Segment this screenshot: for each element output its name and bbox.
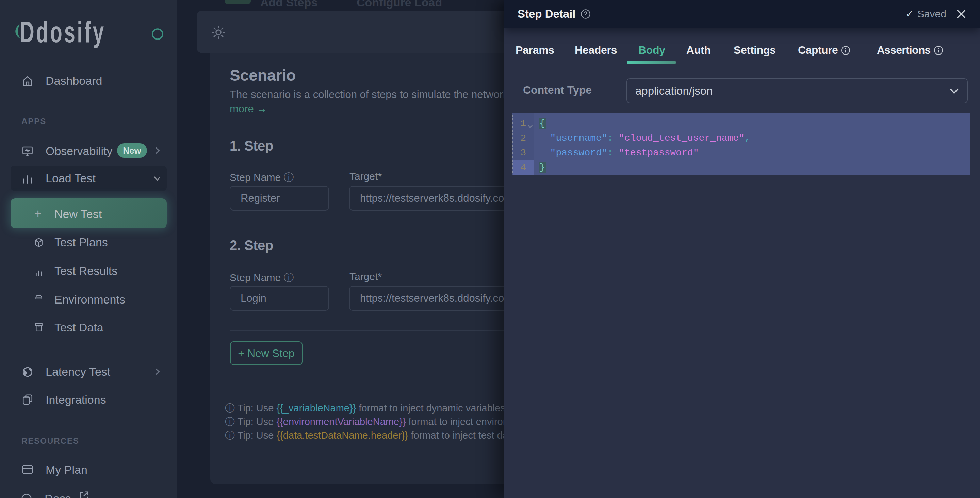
svg-text:Ddosify: Ddosify bbox=[20, 19, 104, 49]
